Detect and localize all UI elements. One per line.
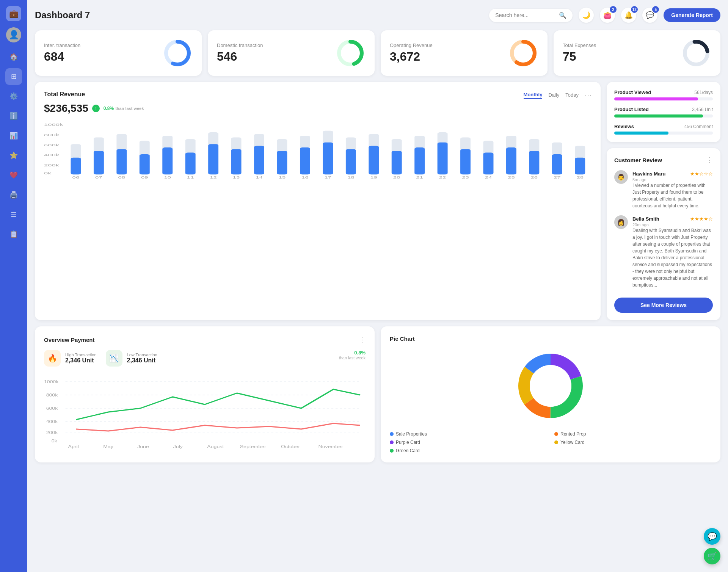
tab-monthly[interactable]: Monthly — [524, 92, 543, 99]
svg-rect-69 — [483, 152, 494, 174]
bar-chart-area: 1000k 800k 600k 400k 200k 0k 06 07 — [44, 121, 592, 183]
line-chart-svg: 1000k 800k 600k 400k 200k 0k April May J… — [44, 374, 366, 450]
metric-item-0: Product Viewed 561/days — [614, 89, 713, 100]
svg-rect-33 — [208, 144, 218, 174]
review-item-0: 👨 Hawkins Maru ★★☆☆☆ 5m ago I viewed a n… — [614, 170, 713, 209]
svg-rect-15 — [71, 158, 81, 174]
search-icon[interactable]: 🔍 — [559, 12, 566, 19]
svg-rect-42 — [277, 151, 287, 174]
metric-val-0: 561/days — [694, 90, 713, 95]
bell-btn[interactable]: 🔔 12 — [621, 8, 636, 23]
search-input[interactable] — [495, 12, 556, 18]
legend-dot-1 — [554, 432, 558, 436]
pay-high-label: High Transaction — [65, 353, 97, 357]
search-box[interactable]: 🔍 — [489, 9, 573, 22]
revenue-change-desc: than last week — [115, 106, 144, 111]
svg-text:600k: 600k — [44, 143, 60, 147]
svg-rect-21 — [116, 149, 127, 175]
sidebar-item-home[interactable]: 🏠 — [5, 49, 22, 65]
tab-daily[interactable]: Daily — [548, 92, 559, 99]
review-time-0: 5m ago — [632, 177, 713, 182]
metric-item-2: Reviews 456 Comment — [614, 124, 713, 135]
svg-rect-48 — [323, 143, 333, 174]
right-panel: Product Viewed 561/days Product Listed 3… — [607, 82, 720, 320]
payment-more-icon[interactable]: ⋮ — [359, 335, 366, 344]
progress-fill-2 — [614, 132, 668, 135]
metric-name-1: Product Listed — [614, 107, 649, 112]
sidebar-item-settings[interactable]: ⚙️ — [5, 88, 22, 105]
payment-title: Overview Payment — [44, 337, 94, 343]
stat-card-total-expenses: Total Expenses 75 — [554, 30, 720, 76]
pay-change: 0.8% than last week — [339, 350, 366, 367]
sidebar-item-star[interactable]: ⭐ — [5, 147, 22, 164]
svg-text:June: June — [137, 445, 149, 449]
svg-text:10: 10 — [164, 176, 171, 179]
svg-text:600k: 600k — [46, 406, 58, 411]
chat-btn[interactable]: 💬 5 — [642, 8, 657, 23]
wallet-badge: 2 — [610, 6, 617, 13]
svg-text:13: 13 — [233, 176, 240, 179]
stat-label-0: Inter. transaction — [44, 42, 80, 48]
donut-inter — [162, 38, 193, 68]
legend-item-4: Green Card — [390, 448, 547, 453]
metric-val-1: 3,456 Unit — [692, 107, 713, 112]
svg-rect-27 — [162, 147, 173, 174]
pay-low-label: Low Transaction — [127, 353, 157, 357]
sidebar-item-chart[interactable]: 📊 — [5, 127, 22, 144]
up-arrow-icon: ↑ — [92, 105, 100, 112]
stat-value-1: 546 — [217, 50, 263, 64]
generate-report-button[interactable]: Generate Report — [664, 8, 720, 22]
svg-rect-75 — [529, 151, 539, 174]
svg-text:May: May — [103, 445, 114, 449]
revenue-title: Total Revenue — [44, 91, 85, 98]
sidebar-item-menu[interactable]: ☰ — [5, 206, 22, 223]
theme-toggle-btn[interactable]: 🌙 — [579, 8, 594, 23]
see-more-reviews-button[interactable]: See More Reviews — [614, 298, 713, 313]
svg-text:800k: 800k — [44, 133, 60, 137]
sidebar-item-info[interactable]: ℹ️ — [5, 108, 22, 124]
metric-val-2: 456 Comment — [684, 124, 713, 129]
donut-revenue — [508, 38, 538, 68]
review-stars-1: ★★★★☆ — [690, 216, 713, 222]
pie-title: Pie Chart — [390, 335, 711, 342]
svg-text:1000k: 1000k — [44, 380, 59, 384]
svg-point-107 — [530, 365, 571, 407]
svg-text:09: 09 — [141, 176, 148, 179]
pay-icon-high: 🔥 — [44, 350, 61, 367]
floating-cart-btn[interactable]: 🛒 — [704, 548, 720, 564]
progress-bar-1 — [614, 114, 713, 118]
stat-value-0: 684 — [44, 50, 80, 64]
revenue-change-pct: 0.8% — [104, 106, 114, 111]
wallet-btn[interactable]: 👛 2 — [600, 8, 615, 23]
review-content-0: Hawkins Maru ★★☆☆☆ 5m ago I viewed a num… — [632, 170, 713, 209]
svg-text:800k: 800k — [46, 393, 58, 397]
svg-text:11: 11 — [187, 176, 194, 179]
review-more-icon[interactable]: ⋮ — [706, 156, 713, 164]
tab-today[interactable]: Today — [565, 92, 579, 99]
content-row: Total Revenue Monthly Daily Today ⋯ $236… — [35, 82, 720, 320]
svg-text:25: 25 — [508, 176, 515, 179]
bar-chart-svg: 1000k 800k 600k 400k 200k 0k 06 07 — [44, 121, 592, 181]
review-card-title: Customer Review — [614, 157, 662, 163]
legend-item-3: Yellow Card — [554, 440, 711, 445]
svg-text:07: 07 — [95, 176, 102, 179]
floating-chat-btn[interactable]: 💬 — [704, 528, 720, 545]
progress-bar-2 — [614, 132, 713, 135]
legend-label-2: Purple Card — [396, 440, 420, 445]
sidebar-item-print[interactable]: 🖨️ — [5, 186, 22, 203]
svg-text:200k: 200k — [46, 431, 58, 435]
pie-svg — [513, 348, 588, 424]
sidebar-item-list[interactable]: 📋 — [5, 226, 22, 243]
metric-name-0: Product Viewed — [614, 89, 651, 95]
sidebar-logo[interactable]: 💼 — [6, 6, 21, 21]
svg-text:22: 22 — [439, 176, 446, 179]
review-text-0: I viewed a number of properties with Jus… — [632, 182, 713, 209]
svg-text:14: 14 — [256, 176, 263, 179]
sidebar-item-heart[interactable]: ❤️ — [5, 167, 22, 183]
legend-item-2: Purple Card — [390, 440, 547, 445]
page-title: Dashboard 7 — [35, 10, 483, 20]
sidebar-item-analytics[interactable]: ⊞ — [5, 68, 22, 85]
stats-row: Inter. transaction 684 Domestic transact… — [35, 30, 720, 76]
revenue-more-icon[interactable]: ⋯ — [585, 91, 592, 99]
avatar[interactable]: 👤 — [6, 27, 21, 42]
